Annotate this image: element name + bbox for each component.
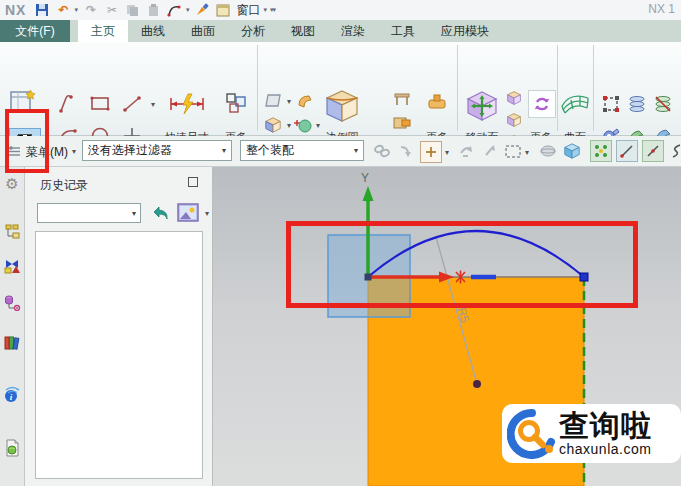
history-palette-icon[interactable] [3, 439, 21, 457]
boolean-dropdown-icon[interactable]: ▾ [316, 121, 320, 130]
move-handle-icon[interactable] [456, 141, 476, 161]
rectangle-tool-icon[interactable] [88, 92, 112, 116]
save-icon[interactable] [34, 2, 50, 18]
panel-pin-icon[interactable] [188, 177, 198, 187]
selection-filter-dropdown-icon[interactable]: ▾ [216, 146, 226, 155]
history-back-icon[interactable] [151, 204, 171, 222]
copy-icon[interactable] [125, 2, 141, 18]
selection-filter-value: 没有选择过滤器 [88, 142, 172, 159]
history-thumbnail-dropdown-icon[interactable]: ▾ [205, 209, 209, 218]
redo-icon[interactable]: ↷ [83, 2, 99, 18]
reuse-library-icon[interactable] [3, 333, 21, 351]
curve-snap-icon[interactable] [666, 141, 681, 161]
window-dropdown-icon[interactable]: ▾ [263, 6, 267, 14]
line-tool-icon[interactable] [120, 92, 144, 116]
blend-small-icon[interactable] [296, 92, 314, 110]
customize-chevron-icon[interactable]: ▾▾ [270, 6, 275, 14]
resource-bar: ⚙ i [0, 167, 25, 486]
ribbon-highlight-rectangle [5, 109, 49, 173]
tab-file[interactable]: 文件(F) [0, 20, 70, 42]
history-search-combo[interactable]: ▾ [37, 203, 141, 223]
history-panel-title: 历史记录 [40, 177, 88, 194]
feature-more-icon[interactable] [426, 92, 448, 112]
snap-point-dropdown-icon[interactable]: ▾ [445, 148, 449, 157]
edge-blend-icon[interactable] [324, 88, 360, 124]
roles-gear-icon[interactable]: ⚙ [3, 175, 21, 193]
tab-tools[interactable]: 工具 [378, 20, 428, 42]
tab-home[interactable]: 主页 [78, 20, 128, 42]
datum-dropdown-icon[interactable]: ▾ [287, 97, 291, 106]
y-axis-label: Y [361, 171, 369, 185]
shaded-wireframe-icon[interactable] [538, 141, 558, 161]
history-combo-dropdown-icon[interactable]: ▾ [132, 209, 140, 218]
std-tool3-icon[interactable] [653, 94, 673, 114]
boolean-unite-icon[interactable] [293, 116, 313, 134]
tab-render[interactable]: 渲染 [328, 20, 378, 42]
datum-plane-icon[interactable] [264, 92, 282, 110]
watermark-brand: 查询啦 [559, 411, 652, 441]
shell-icon[interactable] [392, 90, 412, 108]
cut-icon[interactable]: ✂ [104, 2, 120, 18]
app-version-label: NX 1 [648, 2, 675, 16]
brush-icon[interactable] [194, 2, 210, 18]
part-navigator-icon[interactable] [3, 293, 21, 311]
history-panel: 历史记录 ▾ ▾ [25, 167, 213, 486]
sketch-more-icon[interactable] [225, 92, 247, 114]
selection-filter-combo[interactable]: 没有选择过滤器 ▾ [82, 140, 232, 161]
sync-tool1-icon[interactable] [506, 90, 522, 106]
extrude-icon[interactable] [264, 116, 282, 134]
std-tool1-icon[interactable] [601, 94, 621, 114]
undo-icon[interactable]: ↶ [55, 2, 71, 18]
assembly-navigator-icon[interactable] [3, 222, 21, 240]
window-icon[interactable] [215, 2, 231, 18]
title-bar: NX ↶ ▾ ↷ ✂ ▾ 窗口 ▾ ▾▾ NX 1 [0, 0, 681, 20]
selection-scope-value: 整个装配 [246, 142, 294, 159]
watermark: 查询啦 chaxunla.com [502, 404, 681, 463]
tab-surface[interactable]: 曲面 [178, 20, 228, 42]
arc-center-point[interactable] [473, 380, 481, 388]
constraint-navigator-icon[interactable] [3, 257, 21, 275]
selection-bar: 菜单(M) ▾ 没有选择过滤器 ▾ 整个装配 ▾ ▾ ▾ [0, 136, 681, 167]
snap-points-grid-icon[interactable] [590, 140, 612, 162]
std-tool2-icon[interactable] [627, 94, 647, 114]
midpoint-snap-icon[interactable] [642, 140, 664, 162]
viewport-highlight-rectangle [286, 221, 638, 308]
sketch-curve-dropdown-icon[interactable]: ▾ [186, 6, 190, 14]
internet-explorer-icon[interactable]: i [3, 385, 21, 403]
watermark-logo-icon [507, 409, 557, 459]
deselect-icon[interactable] [480, 141, 500, 161]
hole-icon[interactable] [392, 114, 412, 132]
selection-scope-combo[interactable]: 整个装配 ▾ [240, 140, 364, 161]
tab-application[interactable]: 应用模块 [428, 20, 502, 42]
extrude-dropdown-icon[interactable]: ▾ [287, 121, 291, 130]
chain-select-icon[interactable] [372, 141, 392, 161]
work-section-cube-icon[interactable] [562, 141, 582, 161]
undo-dropdown-icon[interactable]: ▾ [74, 6, 78, 14]
rectangle-select-icon[interactable] [503, 141, 523, 161]
tab-curve[interactable]: 曲线 [128, 20, 178, 42]
watermark-domain: chaxunla.com [559, 442, 652, 456]
endpoint-snap-icon[interactable] [616, 140, 638, 162]
profile-tool-icon[interactable] [56, 92, 80, 116]
move-face-icon[interactable] [464, 88, 500, 124]
tab-view[interactable]: 视图 [278, 20, 328, 42]
rectangle-select-dropdown-icon[interactable]: ▾ [525, 148, 529, 157]
menu-dropdown-icon[interactable]: ▾ [72, 147, 76, 156]
window-menu-label[interactable]: 窗口 [236, 2, 260, 19]
sketch-row1-dropdown-icon[interactable]: ▾ [151, 100, 155, 109]
nx-logo: NX [5, 2, 26, 18]
select-previous-icon[interactable] [396, 141, 416, 161]
history-list[interactable] [35, 231, 203, 479]
sketch-curve-icon[interactable] [167, 2, 183, 18]
history-thumbnail-icon[interactable] [177, 203, 199, 222]
rapid-dimension-icon[interactable] [168, 92, 206, 116]
paste-icon[interactable] [146, 2, 162, 18]
selection-scope-dropdown-icon[interactable]: ▾ [348, 146, 358, 155]
sync-more-icon[interactable] [528, 90, 556, 118]
sync-tool2-icon[interactable] [506, 112, 522, 128]
surface-icon[interactable] [560, 90, 590, 114]
ribbon: ▾ ▾ 快速尺寸 ▾ 更多 ▾ 直接草图 ▾ ▾ ▾ ▾ 边倒圆 ▾ [0, 42, 681, 136]
tab-analysis[interactable]: 分析 [228, 20, 278, 42]
snap-point-icon[interactable] [420, 141, 442, 163]
menu-tab-bar: 文件(F) 主页 曲线 曲面 分析 视图 渲染 工具 应用模块 [0, 20, 681, 42]
